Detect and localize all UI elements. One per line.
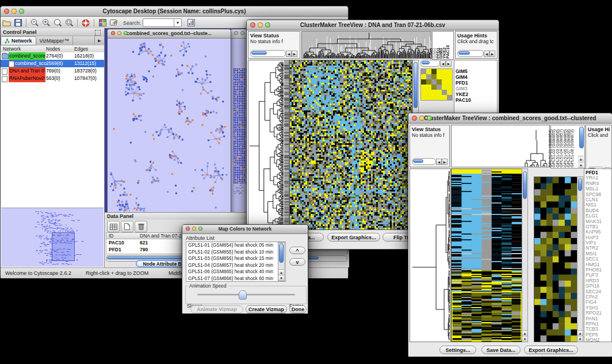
window-controls[interactable] [4,9,24,14]
create-vizmap-button[interactable]: Create Vizmap [246,305,287,313]
scrollbar-track[interactable] [412,158,436,165]
minimize-icon[interactable] [258,22,263,28]
window-controls[interactable] [412,116,432,121]
export-graphics-button[interactable]: Export Graphics... [327,233,380,242]
network-overview[interactable] [1,208,104,267]
close-icon[interactable] [111,31,115,35]
search-input[interactable]: ▼ [143,18,182,27]
scroll-down-icon[interactable]: ▼ [577,336,583,342]
attribute-list-vscrollbar[interactable]: ▲ ▼ [278,242,285,281]
attribute-list-item[interactable]: GPL51-06 (GSM865) heat shock 40 min [186,269,285,275]
open-folder-icon[interactable] [1,18,12,28]
scrollbar-thumb[interactable] [458,51,470,55]
animate-vizmap-button[interactable]: Animate Vizmap [190,305,243,313]
scrollbar-thumb[interactable] [578,178,582,191]
scroll-up-icon[interactable]: ▲ [577,330,583,336]
vizmapper-icon[interactable] [97,18,108,28]
network-overview-canvas[interactable] [1,208,102,266]
network-tree-row[interactable]: combined_sco2569(6)13112(15) [1,60,104,67]
heatmap-canvas[interactable] [451,168,522,342]
zoom-window-icon[interactable] [19,9,24,14]
gene-label[interactable]: PAC10 [454,97,497,103]
trash-icon[interactable] [135,221,147,232]
zoomed-heatmap-canvas[interactable] [534,177,577,342]
minimize-icon[interactable] [192,227,196,231]
column-dendrogram-canvas[interactable] [451,125,550,167]
treeview1-titlebar[interactable]: ClusterMaker TreeView : DNA and Tran 07-… [247,20,499,30]
network-tree-row[interactable]: DNA and Tran 07769(0)183728(0) [1,67,104,75]
save-data-button[interactable]: Save Data... [481,346,521,354]
tab-overflow-arrow[interactable]: ▶ [94,36,104,45]
attribute-list-item[interactable]: GPL51-04 (GSM857) heat shock 20 min [186,262,285,269]
gene-label[interactable]: GIM3 [454,86,497,91]
speed-slider-thumb[interactable] [239,290,247,300]
scroll-right-icon[interactable]: ▶ [446,60,452,67]
scrollbar-thumb[interactable] [523,171,527,199]
scroll-right-icon[interactable]: ▶ [489,51,495,57]
new-page-icon[interactable] [121,221,133,232]
close-icon[interactable] [412,116,417,121]
scroll-left-icon[interactable]: ◀ [440,60,446,67]
column-dendrogram-canvas[interactable] [301,31,431,59]
scroll-up-icon[interactable]: ▲ [522,330,527,336]
zoom-out-icon[interactable] [29,18,40,28]
gene-label[interactable]: MON2 [584,338,611,342]
gene-label[interactable]: GIM5 [454,68,497,74]
row-dendrogram-canvas[interactable] [410,168,451,342]
zoom-hscrollbar[interactable]: ◀ ▶ [412,158,447,165]
network-view-titlebar[interactable]: combined_scores_good.txt--cluste... [108,29,231,39]
zoom-in-icon[interactable] [40,18,52,28]
scroll-right-icon[interactable]: ▶ [442,159,447,165]
done-button[interactable]: Done [289,305,307,313]
export-graphics-button[interactable]: Export Graphics... [524,346,578,354]
network-view-canvas[interactable] [108,39,230,221]
zoom-panel-hscrollbar[interactable]: ◀ ▶ [420,60,452,67]
scroll-down-icon[interactable]: ▼ [278,275,284,281]
heatmap-canvas[interactable] [289,60,412,230]
attribute-list[interactable]: GPL51-01 (GSM854) heat shock 05 minGPL51… [186,242,286,282]
scroll-up-icon[interactable]: ▲ [278,269,284,275]
scrollbar-thumb[interactable] [579,127,584,148]
zoom-window-icon[interactable] [124,31,128,35]
scrollbar-thumb[interactable] [413,159,423,163]
heatmap-vscrollbar[interactable]: ▲ ▼ [522,168,528,342]
scrollbar-track[interactable] [420,60,440,67]
window-controls[interactable] [186,227,202,231]
row-dendrogram-canvas[interactable] [248,60,289,230]
scroll-right-icon[interactable]: ▶ [292,51,297,57]
minimize-icon[interactable] [240,31,244,35]
minimize-icon[interactable] [12,9,17,14]
scrollbar-track[interactable] [250,50,286,57]
zoom-window-icon[interactable] [427,116,432,121]
move-down-button[interactable]: v [289,258,305,266]
move-up-button[interactable]: ^ [289,247,305,254]
main-titlebar[interactable]: Cytoscape Desktop (Session Name: collins… [1,6,348,17]
save-icon[interactable] [12,18,24,28]
scroll-left-icon[interactable]: ◀ [484,51,489,57]
zoom-window-icon[interactable] [265,22,270,28]
scroll-down-icon[interactable]: ▼ [522,336,527,342]
gene-label[interactable]: PFD1 [454,80,497,86]
gene-label[interactable]: YKE2 [454,91,497,97]
float-panel-icon[interactable] [95,30,101,36]
network-stats-icon[interactable] [185,18,197,28]
attribute-list-item[interactable]: GPL51-03 (GSM856) heat shock 15 min [186,255,285,262]
search-dropdown-arrow[interactable]: ▼ [174,19,181,26]
scroll-left-icon[interactable]: ◀ [286,51,292,57]
scrollbar-track[interactable] [457,50,484,57]
zoom-window-icon[interactable] [198,227,202,231]
settings-button[interactable]: Settings... [439,346,476,354]
zoom-hscrollbar[interactable]: ◀ ▶ [250,50,297,57]
close-icon[interactable] [250,22,255,28]
scroll-left-icon[interactable]: ◀ [436,159,442,165]
network-tree-row[interactable]: RNAPuberNov2+563(0)107847(0) [1,75,104,82]
zoom-fit-icon[interactable] [52,18,63,28]
dialog-titlebar[interactable]: Map Colors to Network [182,225,308,234]
window-controls[interactable] [250,22,270,28]
close-icon[interactable] [186,227,190,231]
tab-vizmapper[interactable]: VizMapper™ [36,36,74,45]
zoom-selected-icon[interactable] [63,18,75,28]
scrollbar-thumb[interactable] [251,51,267,55]
treeview2-titlebar[interactable]: ClusterMaker TreeView : combined_scores_… [408,113,612,124]
scrollbar-thumb[interactable] [414,62,418,108]
